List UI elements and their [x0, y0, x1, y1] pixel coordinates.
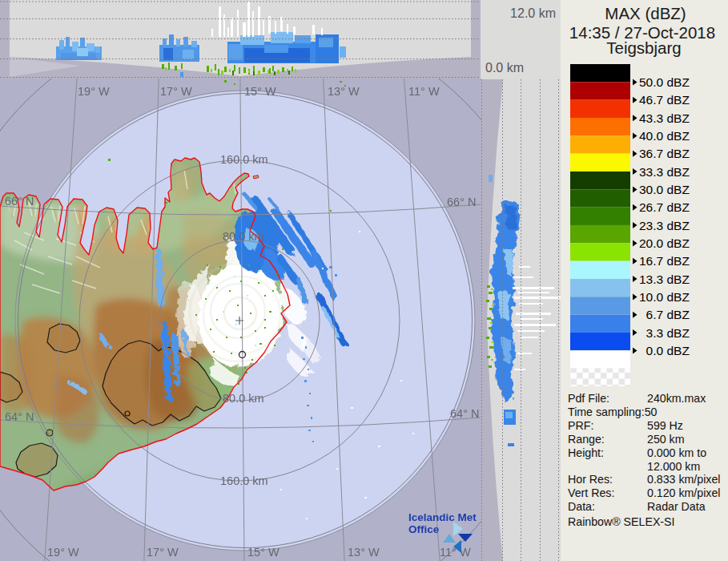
- svg-text:19° W: 19° W: [47, 546, 79, 559]
- svg-text:Office: Office: [408, 523, 440, 535]
- svg-text:Radar Data: Radar Data: [647, 500, 706, 513]
- svg-text:15° W: 15° W: [247, 546, 280, 559]
- svg-text:0.0 dBZ: 0.0 dBZ: [646, 344, 690, 357]
- svg-text:17° W: 17° W: [160, 85, 192, 98]
- svg-text:50.0 dBZ: 50.0 dBZ: [639, 75, 690, 89]
- svg-text:599 Hz: 599 Hz: [647, 419, 683, 432]
- svg-text:Time sampling:50: Time sampling:50: [568, 406, 658, 418]
- svg-text:11° W: 11° W: [408, 85, 440, 98]
- svg-text:Height:: Height:: [568, 446, 604, 459]
- svg-text:0.0 km: 0.0 km: [485, 61, 524, 75]
- svg-text:Range:: Range:: [568, 433, 605, 446]
- svg-text:Teigsbjarg: Teigsbjarg: [606, 38, 681, 57]
- svg-text:64° N: 64° N: [5, 410, 34, 423]
- svg-text:40.0 dBZ: 40.0 dBZ: [639, 129, 690, 143]
- svg-text:Icelandic Met: Icelandic Met: [408, 511, 477, 523]
- svg-text:160.0 km: 160.0 km: [220, 153, 268, 166]
- svg-text:13.3 dBZ: 13.3 dBZ: [639, 272, 690, 286]
- svg-text:36.7 dBZ: 36.7 dBZ: [639, 147, 690, 160]
- svg-text:PRF:: PRF:: [568, 419, 593, 432]
- svg-text:80.0 km: 80.0 km: [223, 392, 264, 405]
- svg-text:Vert Res:: Vert Res:: [568, 486, 614, 499]
- svg-text:160.0 km: 160.0 km: [220, 474, 268, 487]
- svg-text:3.3 dBZ: 3.3 dBZ: [646, 326, 690, 340]
- svg-text:66° N: 66° N: [447, 196, 476, 208]
- svg-text:66° N: 66° N: [5, 195, 34, 208]
- svg-text:33.3 dBZ: 33.3 dBZ: [639, 165, 690, 179]
- svg-text:6.7 dBZ: 6.7 dBZ: [646, 308, 690, 321]
- svg-text:23.3 dBZ: 23.3 dBZ: [639, 219, 690, 232]
- svg-text:0.000 km to: 0.000 km to: [647, 446, 706, 459]
- svg-text:250 km: 250 km: [647, 433, 685, 446]
- svg-text:26.7 dBZ: 26.7 dBZ: [639, 200, 690, 214]
- svg-text:Rainbow® SELEX-SI: Rainbow® SELEX-SI: [568, 515, 674, 528]
- svg-text:15° W: 15° W: [244, 85, 276, 98]
- svg-text:46.7 dBZ: 46.7 dBZ: [639, 93, 690, 107]
- svg-text:80.0 km: 80.0 km: [223, 230, 264, 243]
- svg-text:30.0 dBZ: 30.0 dBZ: [639, 183, 690, 196]
- svg-text:0.120 km/pixel: 0.120 km/pixel: [647, 486, 720, 499]
- svg-text:19° W: 19° W: [78, 85, 110, 98]
- svg-text:12.000 km: 12.000 km: [647, 460, 700, 473]
- svg-text:16.7 dBZ: 16.7 dBZ: [639, 254, 690, 268]
- svg-text:64° N: 64° N: [450, 407, 479, 420]
- svg-text:MAX (dBZ): MAX (dBZ): [605, 4, 686, 22]
- svg-text:Hor Res:: Hor Res:: [568, 473, 613, 486]
- svg-text:43.3 dBZ: 43.3 dBZ: [639, 111, 690, 125]
- svg-text:10.0 dBZ: 10.0 dBZ: [639, 290, 690, 304]
- svg-text:240km.max: 240km.max: [647, 392, 706, 405]
- svg-text:17° W: 17° W: [147, 546, 179, 559]
- svg-text:20.0 dBZ: 20.0 dBZ: [639, 236, 690, 250]
- svg-text:0.833 km/pixel: 0.833 km/pixel: [647, 473, 720, 486]
- svg-text:Pdf File:: Pdf File:: [568, 392, 609, 405]
- svg-text:13° W: 13° W: [348, 546, 380, 559]
- svg-text:13° W: 13° W: [328, 85, 360, 98]
- svg-text:Data:: Data:: [568, 500, 595, 513]
- svg-text:12.0 km: 12.0 km: [510, 6, 556, 20]
